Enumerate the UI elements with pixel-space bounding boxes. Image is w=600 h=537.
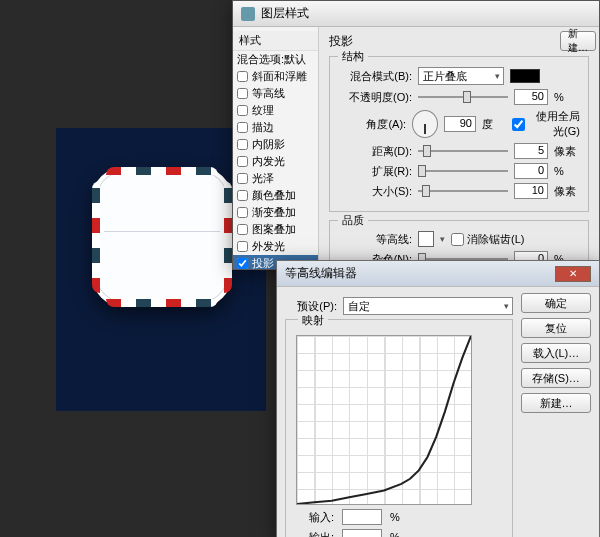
- size-value[interactable]: 10: [514, 183, 548, 199]
- opacity-value[interactable]: 50: [514, 89, 548, 105]
- new-button[interactable]: 新建…: [521, 393, 591, 413]
- style-item-1[interactable]: 等高线: [233, 85, 318, 102]
- style-item-4[interactable]: 内阴影: [233, 136, 318, 153]
- angle-value[interactable]: 90: [444, 116, 476, 132]
- opacity-slider[interactable]: [418, 89, 508, 105]
- new-style-button[interactable]: 新建…: [560, 31, 596, 51]
- style-item-label: 光泽: [252, 171, 274, 186]
- app-icon: [241, 7, 255, 21]
- style-item-6[interactable]: 光泽: [233, 170, 318, 187]
- style-item-9[interactable]: 图案叠加: [233, 221, 318, 238]
- style-item-checkbox[interactable]: [237, 258, 248, 269]
- styles-header: 样式: [233, 31, 318, 51]
- style-item-label: 纹理: [252, 103, 274, 118]
- contour-editor-dialog: 等高线编辑器 ✕ 预设(P): 自定 映射 输入: %: [276, 260, 600, 537]
- style-item-5[interactable]: 内发光: [233, 153, 318, 170]
- style-item-checkbox[interactable]: [237, 156, 248, 167]
- blend-mode-combo[interactable]: 正片叠底: [418, 67, 504, 85]
- layer-style-dialog: 图层样式 新建… 样式 混合选项:默认 斜面和浮雕等高线纹理描边内阴影内发光光泽…: [232, 0, 600, 270]
- spread-label: 扩展(R):: [338, 164, 412, 179]
- size-slider[interactable]: [418, 183, 508, 199]
- distance-value[interactable]: 5: [514, 143, 548, 159]
- style-item-label: 内发光: [252, 154, 285, 169]
- input-value[interactable]: [342, 509, 382, 525]
- style-item-3[interactable]: 描边: [233, 119, 318, 136]
- style-item-checkbox[interactable]: [237, 173, 248, 184]
- angle-knob[interactable]: [412, 110, 438, 138]
- close-icon[interactable]: ✕: [555, 266, 591, 282]
- input-label: 输入:: [294, 510, 334, 525]
- layer-style-title: 图层样式: [261, 5, 309, 22]
- reset-button[interactable]: 复位: [521, 318, 591, 338]
- contour-dropdown-icon[interactable]: ▾: [440, 234, 445, 244]
- style-item-checkbox[interactable]: [237, 71, 248, 82]
- style-item-label: 渐变叠加: [252, 205, 296, 220]
- distance-label: 距离(D):: [338, 144, 412, 159]
- output-value[interactable]: [342, 529, 382, 537]
- style-item-8[interactable]: 渐变叠加: [233, 204, 318, 221]
- mapping-label: 映射: [298, 314, 328, 326]
- group-structure: 结构 混合模式(B): 正片叠底 不透明度(O): 50 % 角度(A): 90: [329, 56, 589, 212]
- contour-editor-titlebar[interactable]: 等高线编辑器 ✕: [277, 261, 599, 287]
- style-item-checkbox[interactable]: [237, 105, 248, 116]
- angle-label: 角度(A):: [338, 117, 406, 132]
- layer-style-titlebar[interactable]: 图层样式: [233, 1, 599, 27]
- style-item-label: 图案叠加: [252, 222, 296, 237]
- contour-curve-canvas[interactable]: [296, 335, 472, 505]
- panel-title: 投影: [329, 33, 589, 50]
- style-item-2[interactable]: 纹理: [233, 102, 318, 119]
- output-label: 输出:: [294, 530, 334, 538]
- style-item-label: 投影: [252, 256, 274, 269]
- style-item-7[interactable]: 颜色叠加: [233, 187, 318, 204]
- style-item-label: 描边: [252, 120, 274, 135]
- opacity-label: 不透明度(O):: [338, 90, 412, 105]
- antialias-checkbox[interactable]: 消除锯齿(L): [451, 232, 525, 247]
- contour-label: 等高线:: [338, 232, 412, 247]
- preset-label: 预设(P):: [285, 299, 337, 314]
- style-item-checkbox[interactable]: [237, 207, 248, 218]
- style-item-checkbox[interactable]: [237, 88, 248, 99]
- style-item-label: 内阴影: [252, 137, 285, 152]
- style-item-checkbox[interactable]: [237, 122, 248, 133]
- contour-editor-title: 等高线编辑器: [285, 265, 357, 282]
- style-item-label: 颜色叠加: [252, 188, 296, 203]
- style-item-checkbox[interactable]: [237, 139, 248, 150]
- spread-value[interactable]: 0: [514, 163, 548, 179]
- style-item-label: 外发光: [252, 239, 285, 254]
- style-item-checkbox[interactable]: [237, 190, 248, 201]
- save-button[interactable]: 存储(S)…: [521, 368, 591, 388]
- preset-combo[interactable]: 自定: [343, 297, 513, 315]
- blend-mode-label: 混合模式(B):: [338, 69, 412, 84]
- style-item-label: 斜面和浮雕: [252, 69, 307, 84]
- envelope-icon-preview: [92, 167, 232, 307]
- styles-list: 样式 混合选项:默认 斜面和浮雕等高线纹理描边内阴影内发光光泽颜色叠加渐变叠加图…: [233, 27, 319, 269]
- style-item-checkbox[interactable]: [237, 224, 248, 235]
- shadow-color-swatch[interactable]: [510, 69, 540, 83]
- style-item-10[interactable]: 外发光: [233, 238, 318, 255]
- size-label: 大小(S):: [338, 184, 412, 199]
- style-item-0[interactable]: 斜面和浮雕: [233, 68, 318, 85]
- distance-slider[interactable]: [418, 143, 508, 159]
- blending-options-item[interactable]: 混合选项:默认: [233, 51, 318, 68]
- spread-slider[interactable]: [418, 163, 508, 179]
- ok-button[interactable]: 确定: [521, 293, 591, 313]
- style-item-label: 等高线: [252, 86, 285, 101]
- load-button[interactable]: 载入(L)…: [521, 343, 591, 363]
- style-item-checkbox[interactable]: [237, 241, 248, 252]
- global-light-checkbox[interactable]: 使用全局光(G): [512, 109, 580, 139]
- contour-thumbnail[interactable]: [418, 231, 434, 247]
